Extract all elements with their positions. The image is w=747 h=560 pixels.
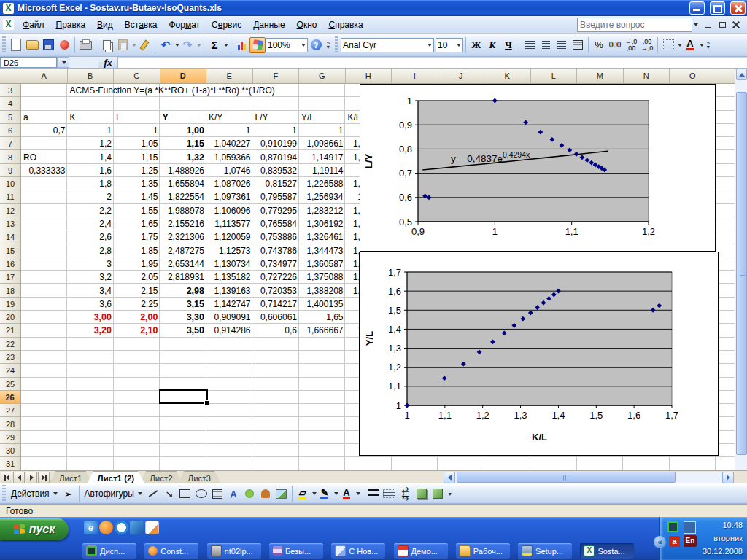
dash-style-button[interactable] [382,486,398,502]
cell-D18[interactable]: 2,98 [160,284,207,298]
cell-E19[interactable]: 1,142747 [206,298,253,311]
row-header-4[interactable]: 4 [0,97,20,110]
row-header-20[interactable]: 20 [0,311,20,324]
align-right-button[interactable] [554,37,570,53]
row-header-22[interactable]: 22 [0,338,20,351]
cell-G7[interactable]: 1,098661 [299,137,346,150]
percent-style-button[interactable]: % [591,37,607,53]
cell-C17[interactable]: 2,05 [114,271,160,284]
taskbar-button-7[interactable]: Рабоч... [456,543,510,559]
autoshapes-menu[interactable]: Автофигуры [82,489,145,499]
cell-C13[interactable]: 1,65 [114,217,160,230]
cell-F8[interactable]: 0,870194 [253,151,300,164]
column-header-A[interactable]: A [21,69,68,83]
cell-C9[interactable]: 1,25 [114,164,160,177]
cell-B13[interactable]: 2,4 [68,217,115,230]
cell-D15[interactable]: 2,487275 [160,244,207,257]
cell-G17[interactable]: 1,375088 [299,271,346,284]
redo-dropdown-icon[interactable] [197,44,201,47]
cell-B20[interactable]: 3,00 [68,311,115,324]
cell-F14[interactable]: 0,753886 [253,230,300,244]
cell-B6[interactable]: 1 [68,124,115,137]
taskbar-button-2[interactable]: Const... [144,543,198,559]
row-header-31[interactable]: 31 [0,457,20,470]
align-left-button[interactable] [522,37,538,53]
fill-color-button[interactable]: ▱ [295,486,311,502]
cell-B5[interactable]: K [68,111,78,124]
menu-item-вид[interactable]: Вид [91,18,119,32]
column-header-G[interactable]: G [299,69,346,83]
zoom-combobox[interactable]: 100% [266,38,308,52]
cell-E10[interactable]: 1,087026 [206,177,253,190]
row-header-30[interactable]: 30 [0,444,20,457]
cell-E17[interactable]: 1,135182 [206,271,253,284]
cell-B10[interactable]: 1,8 [68,177,115,190]
cell-E9[interactable]: 1,0746 [206,164,253,177]
cell-B9[interactable]: 1,6 [68,164,115,177]
row-header-18[interactable]: 18 [0,284,20,298]
draw-actions-menu[interactable]: Действия [8,489,61,499]
drawing-toggle-button[interactable] [249,37,266,53]
formula-input[interactable] [118,57,747,68]
format-painter-button[interactable] [136,37,152,53]
formatting-toolbar-handle[interactable] [335,36,338,54]
cell-G5[interactable]: Y/L [299,111,317,124]
column-header-C[interactable]: C [114,69,160,83]
horizontal-scrollbar[interactable] [444,472,734,483]
autosum-dropdown-icon[interactable] [224,44,228,47]
cell-B8[interactable]: 1,4 [68,151,115,164]
cell-E13[interactable]: 1,113577 [206,217,253,230]
shadow-style-button[interactable] [414,486,430,502]
vertical-scroll-thumb[interactable] [736,92,747,455]
cell-B11[interactable]: 2 [68,190,115,203]
row-header-28[interactable]: 28 [0,418,20,431]
chart-ly-vs-ky[interactable]: 0,50,60,70,80,910,911,11,2y = 0,4837e0,4… [360,84,716,252]
cell-F20[interactable]: 0,606061 [253,311,300,324]
vertical-scrollbar[interactable] [735,69,747,483]
cell-F16[interactable]: 0,734977 [253,257,300,271]
name-box[interactable]: D26 [0,57,57,68]
row-header-13[interactable]: 13 [0,217,20,230]
cell-F15[interactable]: 0,743786 [253,244,300,257]
taskbar-button-5[interactable]: С Нов... [331,543,385,559]
row-header-25[interactable]: 25 [0,378,20,391]
chart-yl-vs-kl[interactable]: 11,11,21,31,41,51,61,711,11,21,31,41,51,… [359,252,719,456]
taskbar-button-9[interactable]: XSosta... [580,543,634,559]
fill-handle[interactable] [204,400,209,405]
menu-item-правка[interactable]: Правка [50,18,92,32]
draw-font-color-button[interactable]: A [338,486,355,502]
quick-launch-notepad-icon[interactable] [145,521,159,534]
minimize-button[interactable] [689,1,705,15]
cell-D12[interactable]: 1,988978 [160,204,207,217]
row-header-15[interactable]: 15 [0,244,20,257]
line-tool-button[interactable] [145,486,161,502]
cell-D19[interactable]: 3,15 [160,298,207,311]
cell-B3[interactable]: ACMS-Function Y=(a *K**RO+ (1-a)*L**Ro) … [68,84,277,97]
cell-F18[interactable]: 0,720353 [253,284,300,298]
cell-G9[interactable]: 1,19114 [299,164,346,177]
cell-D8[interactable]: 1,32 [160,151,207,164]
fill-color-dropdown-icon[interactable] [312,492,317,495]
row-header-12[interactable]: 12 [0,204,20,217]
cell-B17[interactable]: 3,2 [68,271,115,284]
copy-button[interactable] [98,37,115,53]
scroll-right-button[interactable] [722,472,734,483]
cell-G12[interactable]: 1,283212 [299,204,346,217]
cell-D13[interactable]: 2,155216 [160,217,207,230]
cell-G13[interactable]: 1,306192 [299,217,346,230]
font-size-combobox[interactable]: 10 [436,38,463,52]
new-button[interactable] [8,37,24,53]
menu-item-вставка[interactable]: Вставка [119,18,163,32]
cell-B12[interactable]: 2,2 [68,204,115,217]
cell-F17[interactable]: 0,727226 [253,271,300,284]
select-objects-button[interactable]: ➢ [61,486,77,502]
workbook-minimize-button[interactable] [704,20,713,29]
cell-E18[interactable]: 1,139163 [206,284,253,298]
cell-D5[interactable]: Y [160,111,171,124]
row-header-9[interactable]: 9 [0,164,20,177]
name-box-dropdown[interactable] [57,57,69,68]
oval-tool-button[interactable] [193,486,209,502]
prev-sheet-button[interactable] [13,472,25,483]
underline-button[interactable]: Ч [500,37,516,53]
row-header-29[interactable]: 29 [0,431,20,444]
